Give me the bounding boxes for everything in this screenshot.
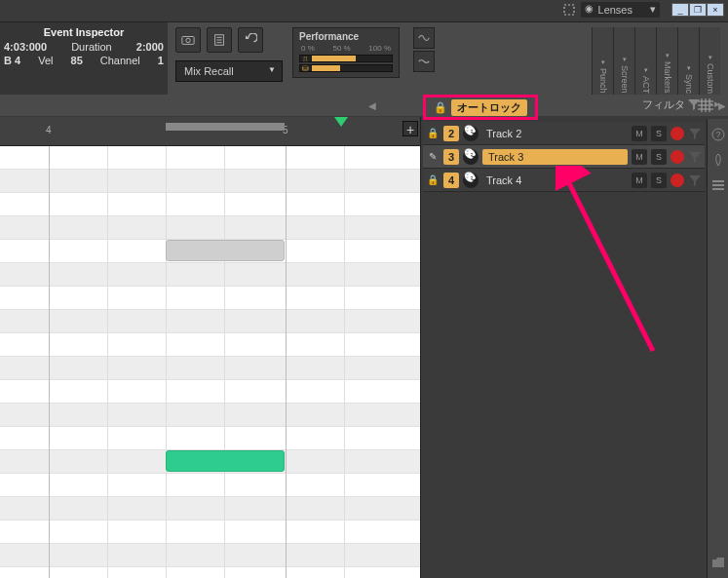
pencil-icon[interactable]: ✎ <box>426 151 440 162</box>
mute-button[interactable]: M <box>632 173 647 188</box>
track-filter-icon[interactable] <box>688 173 702 187</box>
svg-rect-17 <box>712 188 724 190</box>
track-row[interactable]: ✎ 3 Track 3 M S <box>423 145 705 169</box>
wave-zoom-out-button[interactable] <box>413 51 435 72</box>
document-button[interactable] <box>207 27 232 53</box>
record-button[interactable] <box>671 150 684 164</box>
track-filter-icon[interactable] <box>688 127 702 140</box>
markers-tab[interactable]: ▾Markers <box>656 27 677 96</box>
palette-icon[interactable] <box>463 126 479 141</box>
solo-button[interactable]: S <box>651 173 667 188</box>
timeline[interactable]: 4 5 <box>0 117 421 578</box>
solo-button[interactable]: S <box>651 126 667 141</box>
custom-tab[interactable]: ▾Custom <box>699 27 720 96</box>
record-button[interactable] <box>671 173 684 187</box>
inspector-title: Event Inspector <box>4 26 164 38</box>
panel-rocket-icon[interactable] <box>710 152 726 168</box>
event-note[interactable]: B 4 <box>4 55 20 66</box>
channel-label: Channel <box>100 55 140 66</box>
vel-label: Vel <box>38 55 53 66</box>
palette-icon[interactable] <box>463 149 479 165</box>
track-number[interactable]: 2 <box>443 126 459 141</box>
ruler-mark: 4 <box>46 125 52 135</box>
svg-rect-15 <box>712 180 724 182</box>
act-tab[interactable]: ▾ACT <box>634 27 656 96</box>
auto-lock-label: オートロック <box>451 99 527 116</box>
record-button[interactable] <box>671 127 684 140</box>
svg-line-18 <box>565 175 653 351</box>
auto-lock-button[interactable]: 🔒 オートロック <box>423 95 538 120</box>
punch-tab[interactable]: ▾Punch <box>592 27 613 96</box>
svg-rect-0 <box>564 5 574 15</box>
lock-icon: 🔒 <box>434 101 447 114</box>
svg-rect-16 <box>712 184 724 186</box>
ruler-selection[interactable] <box>166 123 285 131</box>
event-inspector-panel: Event Inspector 4:03:000 Duration 2:000 … <box>0 22 168 95</box>
svg-point-2 <box>186 38 190 42</box>
mute-button[interactable]: M <box>632 126 647 141</box>
track-name[interactable]: Track 4 <box>482 173 628 188</box>
track-name[interactable]: Track 3 <box>482 149 628 165</box>
undo-button[interactable] <box>238 27 263 53</box>
event-channel[interactable]: 1 <box>158 55 164 66</box>
event-time[interactable]: 4:03:000 <box>4 41 47 53</box>
track-number[interactable]: 3 <box>443 149 459 165</box>
sync-tab[interactable]: ▾Sync <box>677 27 699 96</box>
screen-tab[interactable]: ▾Screen <box>613 27 634 96</box>
track-filter-icon[interactable] <box>688 150 702 164</box>
panel-help-icon[interactable]: ? <box>710 127 726 142</box>
annotation-arrow <box>556 166 672 361</box>
event-vel[interactable]: 85 <box>71 55 83 66</box>
svg-text:?: ? <box>715 130 720 139</box>
palette-icon[interactable] <box>463 173 479 188</box>
ruler[interactable]: 4 5 <box>0 117 420 146</box>
close-button[interactable]: × <box>707 3 724 17</box>
cpu-meter: ⎍ <box>299 55 393 62</box>
camera-button[interactable] <box>175 27 201 53</box>
expand-button[interactable]: ▸▸ <box>709 97 720 110</box>
track-list: 🔒 2 Track 2 M S ✎ 3 Track 3 M S 🔒 4 Trac… <box>423 122 705 192</box>
minimize-button[interactable]: _ <box>671 3 689 17</box>
clip[interactable] <box>166 240 285 261</box>
event-duration[interactable]: 2:000 <box>136 41 164 53</box>
performance-title: Performance <box>299 31 393 42</box>
mix-recall-dropdown[interactable]: Mix Recall <box>175 60 283 82</box>
panel-folder-icon[interactable] <box>710 555 726 570</box>
track-row[interactable]: 🔒 4 Track 4 M S <box>423 169 705 192</box>
track-number[interactable]: 4 <box>443 173 459 188</box>
playhead[interactable] <box>334 117 348 127</box>
panel-list-icon[interactable] <box>710 177 726 193</box>
right-sidepanel: ? <box>707 119 728 578</box>
lock-icon[interactable]: 🔒 <box>426 174 440 185</box>
mute-button[interactable]: M <box>632 149 647 165</box>
disk-meter: ⛁ <box>299 64 393 72</box>
track-row[interactable]: 🔒 2 Track 2 M S <box>423 122 705 145</box>
lenses-dropdown[interactable]: Lenses <box>581 2 660 18</box>
restore-button[interactable]: ❐ <box>689 3 707 17</box>
filter-label[interactable]: フィルタ <box>642 97 685 112</box>
crop-icon[interactable] <box>561 2 577 18</box>
solo-button[interactable]: S <box>651 149 667 165</box>
lock-icon[interactable]: 🔒 <box>426 128 440 138</box>
ruler-prev-icon[interactable]: ◀ <box>368 100 376 111</box>
wave-zoom-in-button[interactable] <box>413 27 435 49</box>
duration-label: Duration <box>71 41 112 53</box>
performance-panel: Performance 0 % 50 % 100 % ⎍ ⛁ <box>292 27 400 78</box>
clip[interactable] <box>166 450 285 472</box>
svg-rect-1 <box>182 37 194 45</box>
track-name[interactable]: Track 2 <box>482 126 628 141</box>
add-track-button[interactable]: + <box>402 121 418 136</box>
filter-icon[interactable] <box>687 97 701 111</box>
